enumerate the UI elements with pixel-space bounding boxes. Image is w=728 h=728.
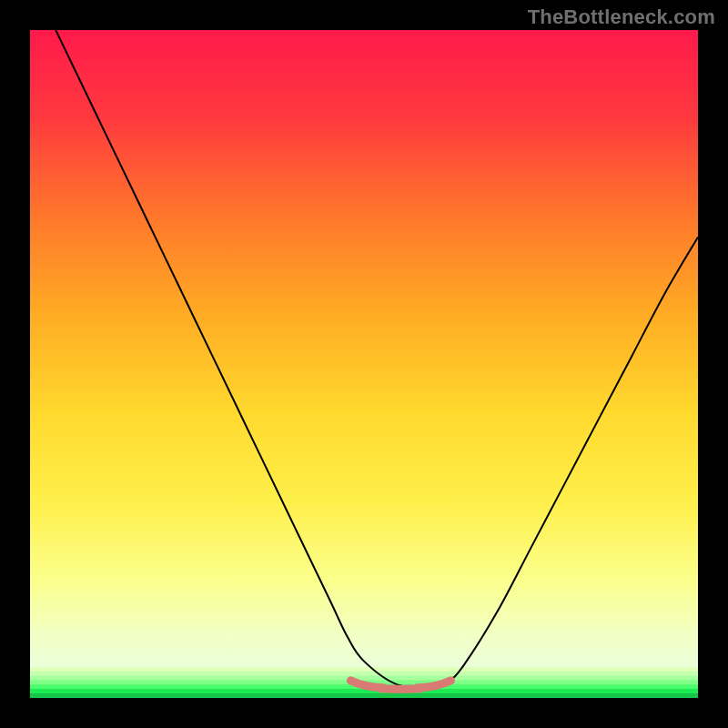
gradient-background xyxy=(30,30,698,667)
svg-rect-2 xyxy=(30,676,698,681)
bottleneck-chart xyxy=(30,30,698,698)
svg-rect-5 xyxy=(30,689,698,693)
watermark-text: TheBottleneck.com xyxy=(528,5,715,29)
svg-rect-1 xyxy=(30,672,698,676)
svg-rect-0 xyxy=(30,667,698,672)
plot-area xyxy=(30,30,698,698)
svg-rect-6 xyxy=(30,693,698,698)
chart-frame: TheBottleneck.com xyxy=(0,0,728,728)
